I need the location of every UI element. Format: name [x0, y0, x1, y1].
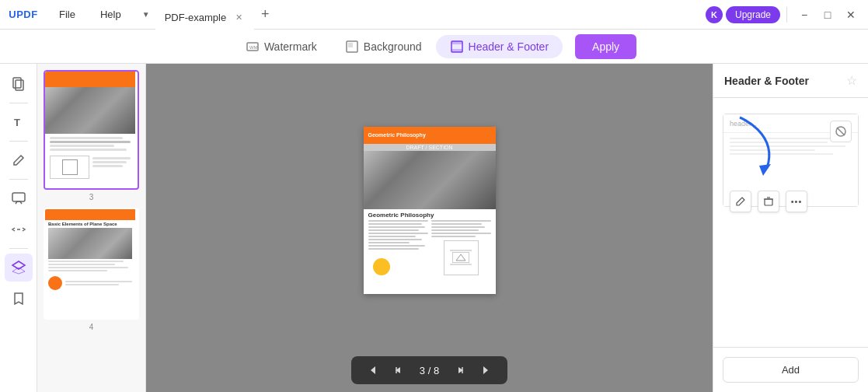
tab-label: PDF-example: [165, 12, 226, 23]
viewer-page-header: Geometric Philosophy: [364, 127, 496, 144]
tab-bar: ▼ PDF-example ✕ +: [137, 0, 706, 30]
divider: [786, 7, 787, 23]
tab-dropdown[interactable]: ▼: [137, 5, 155, 24]
favorite-star-icon[interactable]: ☆: [846, 73, 857, 88]
svg-rect-8: [16, 80, 23, 90]
page-yellow-indicator: [373, 258, 390, 275]
viewer-main-page: Geometric Philosophy DRAFT / SECTION Geo…: [364, 127, 496, 294]
right-panel-title: Header & Footer: [724, 75, 809, 87]
tool-header-footer[interactable]: Header & Footer: [436, 35, 563, 58]
sidebar-icon-text[interactable]: T: [5, 108, 33, 136]
tab-close[interactable]: ✕: [232, 12, 245, 24]
svg-rect-17: [765, 199, 772, 205]
right-panel-content: header...: [713, 98, 868, 347]
svg-rect-6: [451, 49, 462, 52]
sidebar-icon-edit[interactable]: [5, 146, 33, 174]
svg-text:WM: WM: [249, 45, 258, 50]
nav-prev-skip-button[interactable]: [389, 361, 407, 380]
sidebar-icon-comment[interactable]: [5, 184, 33, 212]
menu-file[interactable]: File: [47, 0, 88, 30]
pdf-pages-container: Geometric Philosophy DRAFT / SECTION Geo…: [351, 64, 508, 356]
more-options-button[interactable]: •••: [786, 191, 807, 212]
svg-line-16: [837, 128, 845, 135]
background-label: Background: [364, 40, 422, 53]
thumb-page4-number: 4: [44, 323, 139, 331]
right-panel: Header & Footer ☆ header...: [713, 64, 868, 392]
header-footer-icon: [450, 40, 464, 54]
sidebar-divider-1: [9, 103, 28, 103]
viewer-page-image: [364, 151, 496, 209]
svg-rect-7: [13, 78, 21, 88]
close-button[interactable]: ✕: [840, 4, 862, 26]
user-avatar: K: [706, 6, 723, 23]
apply-button[interactable]: Apply: [575, 34, 636, 59]
svg-rect-10: [12, 193, 25, 201]
thumb-page3-number: 3: [44, 193, 139, 201]
sidebar-icon-pages[interactable]: [5, 70, 33, 98]
title-bar-right: K Upgrade − □ ✕: [706, 4, 862, 26]
sidebar-icon-bookmark[interactable]: [5, 285, 33, 313]
thumbnail-page-4[interactable]: Basic Elements of Plane Space: [44, 208, 139, 331]
sidebar-icon-layers[interactable]: [5, 254, 33, 282]
background-icon: [345, 40, 359, 54]
page-indicator: 3 / 8: [413, 365, 445, 376]
svg-marker-13: [456, 254, 465, 261]
sidebar-divider-4: [9, 248, 28, 249]
left-sidebar: T: [0, 64, 37, 392]
svg-rect-3: [348, 43, 353, 47]
draft-banner: DRAFT / SECTION: [364, 144, 496, 151]
sidebar-divider-2: [9, 141, 28, 142]
tool-background[interactable]: Background: [331, 35, 436, 58]
toolbar: WM Watermark Background Header & Footer …: [0, 30, 868, 64]
sidebar-divider-3: [9, 179, 28, 180]
menu-help[interactable]: Help: [88, 0, 134, 30]
nav-next-skip-button[interactable]: [451, 361, 470, 380]
tab-pdf-example[interactable]: PDF-example ✕: [155, 6, 254, 30]
thumb-page4-image: [48, 228, 132, 259]
delete-template-button[interactable]: [758, 191, 779, 212]
thumb-page3-image: [45, 87, 135, 134]
pdf-viewer: Geometric Philosophy DRAFT / SECTION Geo…: [146, 64, 713, 392]
thumb-page3-header: [45, 72, 135, 87]
add-button[interactable]: Add: [723, 357, 859, 383]
right-panel-footer: Add: [713, 347, 868, 392]
menu-bar: File Help: [47, 0, 134, 30]
upgrade-button[interactable]: Upgrade: [726, 6, 780, 23]
app-logo: UPDF: [0, 9, 47, 20]
template-preview: header...: [723, 114, 859, 207]
navigation-bar: 3 / 8: [351, 356, 507, 384]
main-content: T: [0, 64, 868, 392]
tool-watermark[interactable]: WM Watermark: [232, 35, 331, 58]
title-bar: UPDF File Help ▼ PDF-example ✕ + K Upgra…: [0, 0, 868, 30]
template-header-text: header...: [730, 120, 757, 128]
tab-add-button[interactable]: +: [254, 4, 276, 26]
viewer-page-title: Geometric Philosophy: [364, 209, 496, 220]
thumbnail-panel: 3 Basic Elements of Plane Space: [37, 64, 146, 392]
right-panel-header: Header & Footer ☆: [713, 64, 868, 98]
thumb-page4-title: Basic Elements of Plane Space: [45, 220, 135, 228]
svg-rect-5: [451, 41, 462, 44]
viewer-header-title: Geometric Philosophy: [368, 132, 426, 138]
sidebar-icon-convert[interactable]: [5, 215, 33, 243]
window-controls: − □ ✕: [793, 4, 862, 26]
nav-last-button[interactable]: [476, 361, 495, 380]
watermark-icon: WM: [246, 40, 260, 54]
thumbnail-page-3[interactable]: 3: [44, 70, 139, 201]
header-footer-label: Header & Footer: [469, 40, 549, 53]
maximize-button[interactable]: □: [817, 4, 838, 26]
thumb-page4-content: [45, 259, 135, 292]
edit-template-button[interactable]: [730, 191, 751, 212]
viewer-page-wrapper: Geometric Philosophy DRAFT / SECTION Geo…: [364, 127, 496, 294]
minimize-button[interactable]: −: [793, 4, 815, 26]
thumb-page3-content: [45, 134, 135, 182]
svg-text:T: T: [14, 117, 20, 128]
nav-first-button[interactable]: [364, 361, 382, 380]
watermark-label: Watermark: [264, 40, 317, 53]
template-disable-button[interactable]: [830, 121, 852, 142]
